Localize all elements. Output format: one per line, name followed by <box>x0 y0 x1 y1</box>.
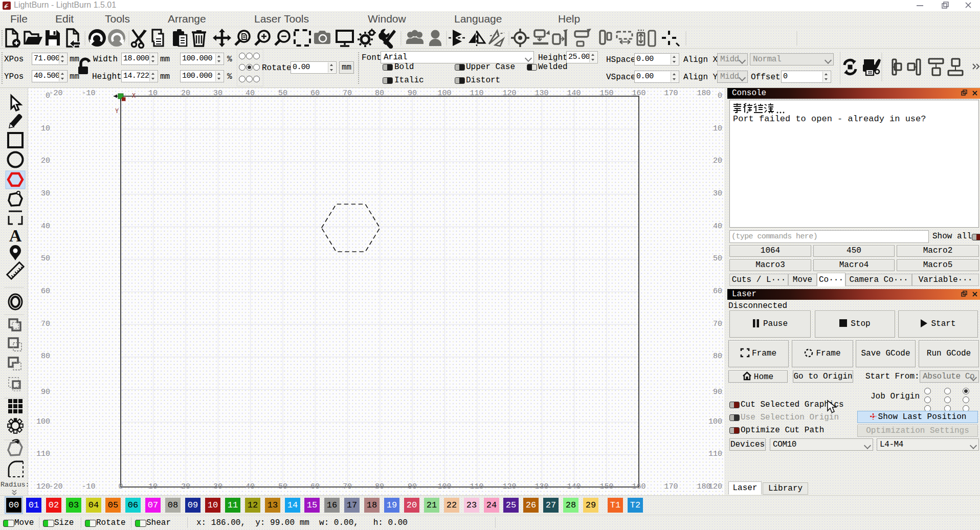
svg-text:Radius:: Radius: <box>1 481 30 489</box>
svg-text:A: A <box>9 226 22 245</box>
